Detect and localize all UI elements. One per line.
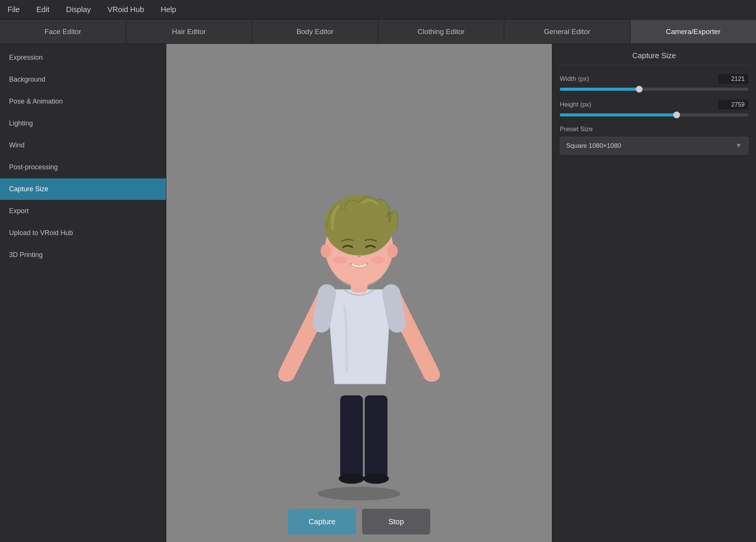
height-slider-track[interactable]	[560, 113, 748, 116]
right-panel: Capture Size Width (px) 2121 Height (px)…	[552, 44, 756, 542]
svg-point-6	[423, 368, 440, 382]
tab-face-editor[interactable]: Face Editor	[0, 20, 126, 43]
width-slider-fill	[560, 88, 639, 91]
viewport-buttons: Capture Stop	[166, 501, 552, 542]
height-slider-thumb[interactable]	[673, 111, 680, 118]
svg-point-4	[363, 473, 389, 484]
tabbar: Face Editor Hair Editor Body Editor Clot…	[0, 20, 756, 44]
svg-point-5	[278, 368, 295, 382]
character-illustration	[268, 161, 450, 501]
menu-vroid-hub[interactable]: VRoid Hub	[104, 4, 147, 15]
tab-camera-exporter[interactable]: Camera/Exporter	[631, 20, 756, 43]
tab-hair-editor[interactable]: Hair Editor	[126, 20, 253, 43]
svg-point-14	[371, 256, 385, 264]
width-label-text: Width (px)	[560, 75, 589, 83]
sidebar-item-expression[interactable]: Expression	[0, 47, 166, 69]
tab-clothing-editor[interactable]: Clothing Editor	[378, 20, 505, 43]
tab-body-editor[interactable]: Body Editor	[252, 20, 378, 43]
main-area: Expression Background Pose & Animation L…	[0, 44, 756, 542]
menubar: File Edit Display VRoid Hub Help	[0, 0, 756, 20]
height-field-label: Height (px) 2759	[560, 100, 748, 110]
preset-size-select[interactable]: Square 1080×1080 ▼	[560, 137, 748, 155]
width-slider-track[interactable]	[560, 88, 748, 91]
sidebar-item-post-processing[interactable]: Post-processing	[0, 156, 166, 178]
width-value: 2121	[718, 74, 748, 84]
panel-title: Capture Size	[560, 51, 748, 65]
menu-edit[interactable]: Edit	[33, 4, 52, 15]
preset-size-value: Square 1080×1080	[566, 142, 621, 150]
sidebar: Expression Background Pose & Animation L…	[0, 44, 166, 542]
sidebar-item-background[interactable]: Background	[0, 69, 166, 91]
svg-point-11	[321, 244, 331, 258]
preset-size-label: Preset Size	[560, 125, 748, 133]
width-slider-thumb[interactable]	[636, 86, 643, 93]
height-label-text: Height (px)	[560, 101, 591, 108]
svg-point-0	[318, 487, 401, 500]
sidebar-item-3d-printing[interactable]: 3D Printing	[0, 244, 166, 266]
viewport-inner	[166, 44, 552, 501]
svg-point-12	[387, 244, 398, 258]
tab-general-editor[interactable]: General Editor	[504, 20, 631, 43]
svg-point-3	[339, 473, 364, 484]
menu-display[interactable]: Display	[63, 4, 94, 15]
chevron-down-icon: ▼	[735, 142, 742, 150]
height-value: 2759	[718, 100, 748, 110]
stop-button[interactable]: Stop	[362, 509, 430, 534]
sidebar-item-wind[interactable]: Wind	[0, 135, 166, 156]
height-slider-fill	[560, 113, 677, 116]
sidebar-item-capture-size[interactable]: Capture Size	[0, 178, 166, 200]
character-container	[268, 161, 450, 501]
sidebar-item-pose-animation[interactable]: Pose & Animation	[0, 91, 166, 113]
viewport: Capture Stop	[166, 44, 552, 542]
sidebar-item-upload-vroid[interactable]: Upload to VRoid Hub	[0, 222, 166, 244]
menu-help[interactable]: Help	[158, 4, 179, 15]
svg-point-13	[333, 256, 347, 264]
menu-file[interactable]: File	[5, 4, 23, 15]
width-field-label: Width (px) 2121	[560, 74, 748, 84]
svg-rect-2	[365, 395, 387, 479]
sidebar-item-export[interactable]: Export	[0, 200, 166, 222]
svg-rect-1	[340, 395, 363, 479]
sidebar-item-lighting[interactable]: Lighting	[0, 113, 166, 135]
capture-button[interactable]: Capture	[288, 509, 356, 534]
